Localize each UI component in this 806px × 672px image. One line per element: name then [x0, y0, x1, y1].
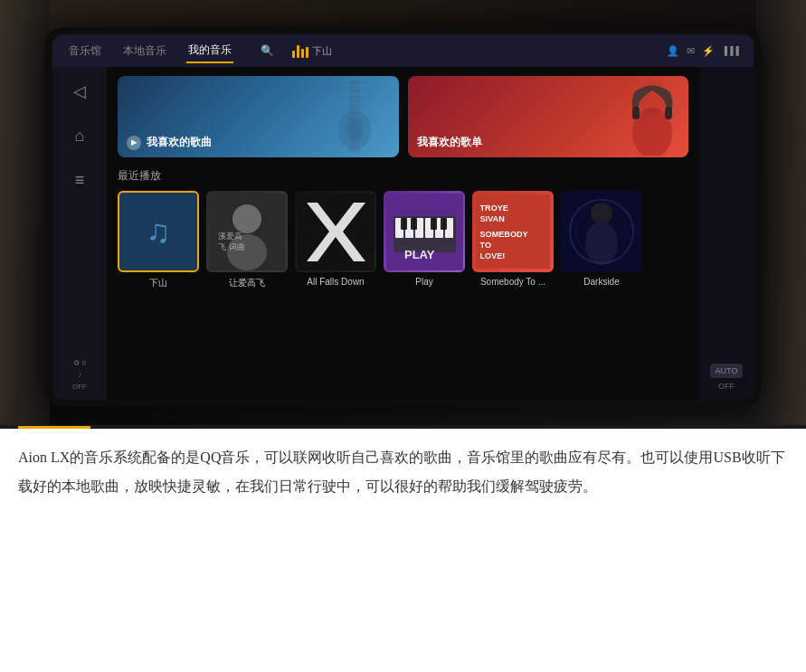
- darkside-decoration: [561, 191, 642, 272]
- car-dashboard-frame: 音乐馆 本地音乐 我的音乐 🔍 下山 👤: [0, 0, 806, 425]
- mail-icon: ✉: [687, 45, 695, 57]
- right-panel: AUTO OFF: [699, 67, 754, 400]
- svg-text:飞 词曲: 飞 词曲: [218, 242, 245, 251]
- svg-text:溪爱高: 溪爱高: [218, 232, 242, 241]
- svg-rect-25: [401, 218, 407, 230]
- card-title-ranger: 让爱高飞: [206, 277, 288, 289]
- right-off-label: OFF: [718, 382, 735, 391]
- home-button[interactable]: ⌂: [70, 121, 90, 151]
- card-title-somebody: Somebody To ...: [472, 277, 554, 287]
- description-area: Aion LX的音乐系统配备的是QQ音乐，可以联网收听自己喜欢的歌曲，音乐馆里的…: [0, 429, 806, 672]
- guitar-decoration: [322, 76, 394, 157]
- music-screen: 音乐馆 本地音乐 我的音乐 🔍 下山 👤: [52, 34, 754, 400]
- signal-icon: ▐▐▐: [722, 46, 739, 55]
- svg-text:TROYE: TROYE: [480, 203, 508, 213]
- thumb-allfalls: [295, 191, 376, 272]
- svg-rect-27: [431, 218, 437, 230]
- svg-text:SOMEBODY: SOMEBODY: [480, 230, 528, 239]
- card-title-allfalls: All Falls Down: [295, 277, 376, 287]
- thumb-somebody: TROYE SIVAN SOMEBODY TO LOVE!: [472, 191, 554, 272]
- now-playing-song: 下山: [312, 44, 332, 58]
- thumb-darkside: [561, 191, 642, 272]
- svg-point-2: [346, 119, 364, 141]
- description-text: Aion LX的音乐系统配备的是QQ音乐，可以联网收听自己喜欢的歌曲，音乐馆里的…: [18, 443, 788, 501]
- auto-label: AUTO: [716, 366, 738, 375]
- music-note-icon: ♫: [147, 213, 171, 251]
- bluetooth-icon: ⚡: [702, 45, 715, 57]
- menu-button[interactable]: ≡: [70, 166, 90, 195]
- svg-text:LOVE!: LOVE!: [480, 251, 506, 260]
- allfalls-decoration: [295, 191, 376, 272]
- music-card-ranger[interactable]: 溪爱高 飞 词曲 让爱高飞: [206, 191, 288, 289]
- svg-point-11: [232, 204, 261, 233]
- now-playing-nav: 下山: [292, 43, 332, 58]
- music-card-play[interactable]: PLAY Play: [384, 191, 465, 289]
- svg-rect-26: [411, 218, 417, 230]
- thumb-play: PLAY: [384, 191, 465, 272]
- main-content: ◁ ⌂ ≡ ♻ 0 ♪ OFF: [52, 67, 754, 400]
- thumb-ranger: 溪爱高 飞 词曲: [206, 191, 288, 272]
- svg-point-38: [585, 222, 618, 265]
- search-area[interactable]: 🔍: [261, 44, 274, 57]
- liked-songs-banner[interactable]: ▶ 我喜欢的歌曲: [118, 76, 399, 157]
- svg-text:PLAY: PLAY: [404, 248, 435, 261]
- accent-line: [18, 426, 90, 429]
- auto-badge: AUTO: [710, 364, 744, 378]
- nav-bar: 音乐馆 本地音乐 我的音乐 🔍 下山 👤: [52, 34, 754, 67]
- liked-songs-label: ▶ 我喜欢的歌曲: [127, 135, 212, 150]
- music-main-area: ▶ 我喜欢的歌曲: [107, 67, 699, 400]
- back-button[interactable]: ◁: [68, 76, 91, 107]
- play-icon: ▶: [127, 136, 141, 150]
- music-card-xiasha[interactable]: ♫ 下山: [118, 191, 199, 289]
- card-title-play: Play: [384, 277, 465, 287]
- sidebar-controls: ♻ 0 ♪ OFF: [72, 359, 87, 391]
- search-icon: 🔍: [261, 44, 274, 57]
- person-decoration: [602, 76, 684, 157]
- banner-row: ▶ 我喜欢的歌曲: [118, 76, 688, 157]
- svg-rect-8: [632, 107, 640, 119]
- svg-text:TO: TO: [480, 241, 492, 250]
- music-card-allfalls[interactable]: All Falls Down: [295, 191, 376, 289]
- music-grid: ♫ 下山: [118, 191, 688, 289]
- user-icon: 👤: [667, 45, 679, 57]
- off-control: OFF: [72, 383, 87, 391]
- music-control: ♪: [78, 371, 81, 379]
- tab-local-music[interactable]: 本地音乐: [121, 40, 168, 62]
- fan-control: ♻ 0: [73, 359, 86, 367]
- svg-text:SIVAN: SIVAN: [480, 214, 505, 223]
- section-recent-label: 最近播放: [118, 168, 688, 184]
- card-title-darkside: Darkside: [561, 277, 642, 287]
- liked-playlist-banner[interactable]: 我喜欢的歌单: [408, 76, 689, 157]
- card-title-xiasha: 下山: [118, 277, 199, 289]
- thumb-xiasha: ♫: [118, 191, 199, 272]
- left-sidebar: ◁ ⌂ ≡ ♻ 0 ♪ OFF: [52, 67, 107, 400]
- liked-playlist-label: 我喜欢的歌单: [417, 135, 482, 150]
- dashboard-bezel: 音乐馆 本地音乐 我的音乐 🔍 下山 👤: [45, 27, 761, 407]
- sound-bars: [292, 43, 308, 58]
- music-card-darkside[interactable]: Darkside: [561, 191, 642, 289]
- tab-my-music[interactable]: 我的音乐: [186, 39, 233, 63]
- tab-music-hall[interactable]: 音乐馆: [67, 40, 103, 62]
- svg-rect-9: [665, 107, 672, 119]
- svg-rect-28: [441, 218, 447, 230]
- nav-right-icons: 👤 ✉ ⚡ ▐▐▐: [667, 45, 739, 57]
- music-card-somebody[interactable]: TROYE SIVAN SOMEBODY TO LOVE! Somebody T…: [472, 191, 554, 289]
